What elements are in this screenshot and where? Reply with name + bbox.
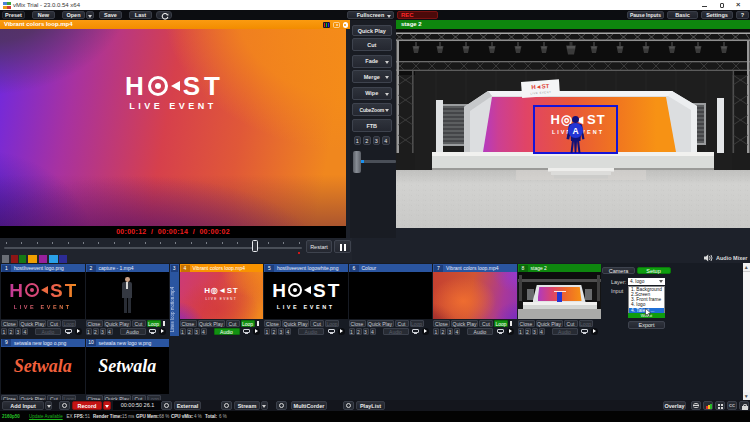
svg-text:H◄ST: H◄ST [531,83,550,90]
svg-text:A: A [572,126,578,136]
